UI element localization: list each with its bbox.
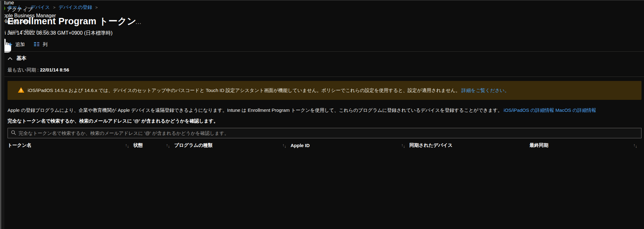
- column-label: 同期されたデバイス: [409, 142, 452, 148]
- sort-icon[interactable]: ↑↓: [633, 143, 637, 147]
- token-search-box[interactable]: [8, 128, 641, 138]
- add-button[interactable]: + 追加: [8, 41, 25, 48]
- warning-icon: [18, 87, 25, 94]
- column-label: トークン名: [8, 142, 31, 148]
- mouse-hand-cursor: [0, 37, 644, 55]
- panel-left-gutter: [1, 1, 4, 229]
- add-button-label: 追加: [15, 42, 25, 48]
- breadcrumb-devices-link[interactable]: デバイス: [31, 4, 50, 10]
- column-header-status[interactable]: 状態 ↑↓: [133, 142, 174, 148]
- page-title: Enrollment Program トークン: [8, 15, 136, 28]
- warning-banner-text: iOS/iPadOS 14.5.x および 14.6.x では、デバイスのセット…: [28, 88, 509, 94]
- breadcrumb-separator: >: [25, 5, 28, 10]
- overflow-menu-icon[interactable]: …: [135, 18, 142, 26]
- search-input[interactable]: [19, 130, 638, 136]
- description-text: Apple の登録プログラムにより、企業や教育機関が Apple デバイスを遠隔…: [8, 107, 502, 113]
- column-header-last-sync[interactable]: 最終同期 ↑↓: [530, 142, 641, 148]
- chevron-up-icon: [8, 56, 13, 61]
- oldest-sync-value: 22/01/14 8:56: [40, 67, 69, 72]
- breadcrumb-separator: >: [53, 5, 56, 10]
- basics-section-label: 基本: [16, 55, 26, 62]
- warning-learn-more-link[interactable]: 詳細をご覧ください。: [462, 88, 509, 93]
- warning-banner: iOS/iPadOS 14.5.x および 14.6.x では、デバイスのセット…: [8, 81, 641, 100]
- sort-icon[interactable]: ↑↓: [282, 143, 286, 147]
- column-label: 状態: [133, 142, 143, 148]
- sort-icon[interactable]: ↑↓: [125, 143, 129, 147]
- columns-button[interactable]: 列: [34, 42, 47, 48]
- sort-icon[interactable]: ↑↓: [401, 143, 405, 147]
- column-label: プログラムの種類: [174, 142, 213, 148]
- plus-icon: +: [8, 41, 13, 48]
- breadcrumb-device-enrollment-link[interactable]: デバイスの登録: [58, 4, 92, 10]
- oldest-sync-label: 最も古い同期 :: [8, 67, 39, 72]
- column-header-token-name[interactable]: トークン名 ↑↓: [8, 142, 133, 148]
- command-bar: + 追加 列: [8, 40, 47, 49]
- column-label: Apple ID: [291, 143, 310, 148]
- column-header-synced-devices[interactable]: 同期されたデバイス: [409, 142, 530, 148]
- divider: [4, 77, 644, 77]
- ios-learn-more-link[interactable]: iOS/iPadOS の詳細情報: [504, 107, 554, 113]
- sort-icon[interactable]: ↑↓: [166, 143, 170, 147]
- column-label: 最終同期: [530, 142, 548, 148]
- search-icon: [11, 130, 16, 136]
- enrollment-program-token-page: ホーム > デバイス > デバイスの登録 > Enrollment Progra…: [0, 0, 644, 229]
- macos-learn-more-link[interactable]: MacOS の詳細情報: [555, 107, 596, 113]
- column-header-program-type[interactable]: プログラムの種類 ↑↓: [174, 142, 291, 148]
- window-top-edge: [0, 0, 644, 1]
- breadcrumb-separator: >: [95, 5, 98, 10]
- columns-icon: [34, 42, 40, 48]
- page-description: Apple の登録プログラムにより、企業や教育機関が Apple デバイスを遠隔…: [8, 107, 641, 113]
- breadcrumb: ホーム > デバイス > デバイスの登録 >: [8, 4, 98, 10]
- search-hint-text: 完全なトークン名で検索するか、検索のメールアドレスに '@' が含まれるかどうか…: [8, 118, 218, 124]
- divider: [4, 51, 644, 52]
- basics-section-toggle[interactable]: 基本: [8, 55, 26, 62]
- warning-message: iOS/iPadOS 14.5.x および 14.6.x では、デバイスのセット…: [28, 88, 460, 93]
- last-sync-cell: Fri Jan 14 2022 08:56:38 GMT+0900 (日本標準時…: [0, 30, 644, 37]
- breadcrumb-home-link[interactable]: ホーム: [8, 4, 22, 10]
- page-subtitle: Apple の登録パイプ: [8, 29, 47, 35]
- column-header-apple-id[interactable]: Apple ID ↑↓: [291, 143, 409, 148]
- oldest-sync-text: 最も古い同期 : 22/01/14 8:56: [8, 67, 69, 73]
- columns-button-label: 列: [43, 42, 47, 48]
- table-header-row: トークン名 ↑↓ 状態 ↑↓ プログラムの種類 ↑↓ Apple ID ↑↓ 同…: [8, 140, 641, 150]
